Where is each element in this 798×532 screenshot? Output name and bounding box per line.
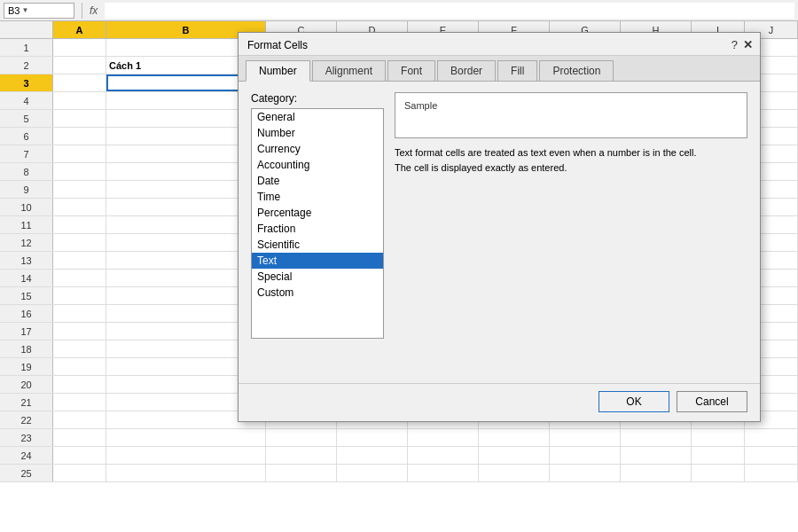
row-num: 15 xyxy=(0,287,53,304)
dialog-close-button[interactable]: ✕ xyxy=(743,38,753,51)
row-num: 13 xyxy=(0,252,53,269)
category-section: Category: General Number Currency Accoun… xyxy=(251,92,384,339)
dialog-help-button[interactable]: ? xyxy=(732,38,738,51)
category-scientific[interactable]: Scientific xyxy=(252,237,383,253)
sample-value xyxy=(404,114,738,130)
formula-divider xyxy=(82,3,82,19)
row-num: 9 xyxy=(0,181,53,198)
category-custom[interactable]: Custom xyxy=(252,285,383,301)
tab-number[interactable]: Number xyxy=(246,60,310,82)
name-box[interactable]: B3 ▼ xyxy=(4,3,74,19)
row-num: 21 xyxy=(0,394,53,411)
category-date[interactable]: Date xyxy=(252,173,383,189)
row-num: 11 xyxy=(0,216,53,233)
row-num: 1 xyxy=(0,39,53,56)
row-num: 10 xyxy=(0,199,53,215)
tab-border[interactable]: Border xyxy=(437,60,496,82)
dialog-tabs: Number Alignment Font Border Fill Protec… xyxy=(239,56,760,82)
row-num: 6 xyxy=(0,128,53,145)
formula-bar: B3 ▼ fx xyxy=(0,0,798,21)
formula-input[interactable] xyxy=(105,3,794,19)
category-time[interactable]: Time xyxy=(252,189,383,205)
row-num-active: 3 xyxy=(0,74,53,91)
sample-section: Sample xyxy=(395,92,747,138)
dialog-titlebar: Format Cells ? ✕ xyxy=(239,33,760,56)
row-num: 16 xyxy=(0,305,53,322)
cell-a3[interactable] xyxy=(53,74,106,91)
cell-reference: B3 xyxy=(8,5,20,16)
dialog-controls: ? ✕ xyxy=(732,38,753,51)
table-row: 25 xyxy=(0,465,798,482)
category-percentage[interactable]: Percentage xyxy=(252,205,383,221)
table-row: 24 xyxy=(0,447,798,465)
right-panel: Sample Text format cells are treated as … xyxy=(395,92,747,339)
cancel-button[interactable]: Cancel xyxy=(677,391,747,412)
row-num: 20 xyxy=(0,376,53,393)
row-num: 7 xyxy=(0,145,53,162)
cell-a2[interactable] xyxy=(53,57,106,74)
description-text: Text format cells are treated as text ev… xyxy=(395,145,747,175)
row-num: 4 xyxy=(0,92,53,109)
row-num: 12 xyxy=(0,234,53,251)
tab-fill[interactable]: Fill xyxy=(497,60,537,82)
ok-button[interactable]: OK xyxy=(598,391,669,412)
cell-a1[interactable] xyxy=(53,39,106,56)
row-num: 25 xyxy=(0,465,53,481)
sample-label: Sample xyxy=(404,100,738,111)
row-num: 8 xyxy=(0,163,53,180)
row-num: 5 xyxy=(0,110,53,127)
tab-font[interactable]: Font xyxy=(387,60,435,82)
category-general[interactable]: General xyxy=(252,109,383,125)
format-cells-dialog: Format Cells ? ✕ Number Alignment Font B… xyxy=(238,32,761,422)
row-num: 23 xyxy=(0,429,53,446)
row-num: 19 xyxy=(0,358,53,375)
category-currency[interactable]: Currency xyxy=(252,141,383,157)
dialog-body: Category: General Number Currency Accoun… xyxy=(239,82,760,383)
table-row: 23 xyxy=(0,429,798,447)
tab-alignment[interactable]: Alignment xyxy=(312,60,386,82)
row-num: 14 xyxy=(0,270,53,286)
fx-label: fx xyxy=(90,4,98,17)
dialog-footer: OK Cancel xyxy=(239,383,760,421)
row-num: 17 xyxy=(0,323,53,340)
corner-cell xyxy=(0,21,53,38)
dialog-title: Format Cells xyxy=(247,39,308,51)
tab-protection[interactable]: Protection xyxy=(539,60,614,82)
row-num: 24 xyxy=(0,447,53,464)
category-number[interactable]: Number xyxy=(252,125,383,141)
name-box-arrow: ▼ xyxy=(21,6,28,14)
row-num: 22 xyxy=(0,411,53,428)
category-text[interactable]: Text xyxy=(252,253,383,269)
category-list[interactable]: General Number Currency Accounting Date … xyxy=(251,108,384,339)
category-label: Category: xyxy=(251,92,384,105)
dialog-content: Category: General Number Currency Accoun… xyxy=(251,92,747,339)
col-header-a[interactable]: A xyxy=(53,21,106,38)
row-num: 18 xyxy=(0,340,53,357)
row-num: 2 xyxy=(0,57,53,74)
category-special[interactable]: Special xyxy=(252,269,383,285)
category-accounting[interactable]: Accounting xyxy=(252,157,383,173)
category-fraction[interactable]: Fraction xyxy=(252,221,383,237)
